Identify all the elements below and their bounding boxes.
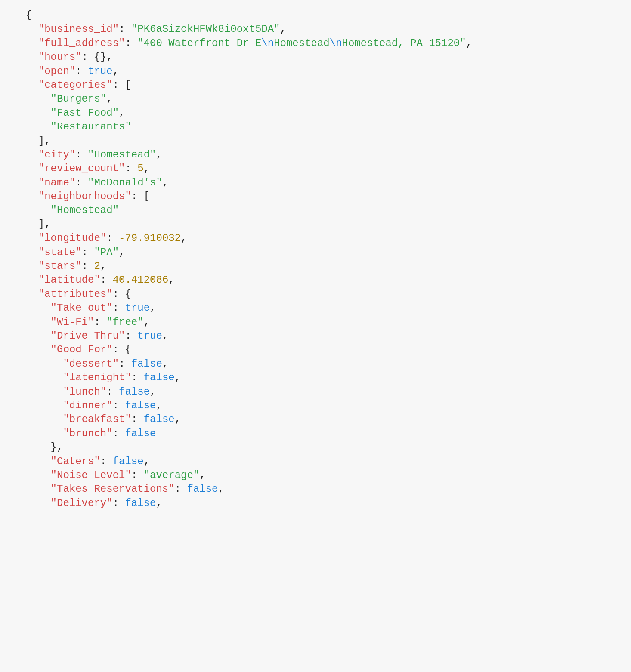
json-key: "hours"	[38, 51, 82, 63]
json-string: Homestead	[274, 37, 330, 49]
punct: ,	[218, 483, 224, 495]
json-key: "dessert"	[63, 358, 119, 370]
json-boolean: false	[113, 456, 144, 467]
json-key: "lunch"	[63, 386, 106, 398]
punct: :	[113, 497, 125, 509]
json-key: "Noise Level"	[51, 469, 131, 481]
punct: :	[131, 372, 144, 383]
json-number: 5	[137, 163, 143, 174]
punct: :	[119, 358, 131, 370]
json-key: "brunch"	[63, 428, 112, 439]
json-string: "average"	[144, 469, 200, 481]
punct: :	[82, 260, 94, 272]
json-boolean: false	[125, 497, 156, 509]
punct: ,	[150, 386, 156, 398]
json-boolean: false	[187, 483, 218, 495]
punct: ,	[144, 316, 150, 328]
json-key: "review_count"	[38, 163, 125, 174]
punct: :	[75, 149, 88, 160]
json-boolean: false	[144, 413, 175, 425]
punct: ,	[144, 163, 150, 174]
json-boolean: false	[144, 372, 175, 383]
escape-seq: \n	[330, 37, 342, 49]
punct: ,	[156, 400, 162, 411]
punct: ,	[156, 149, 162, 160]
punct: ,	[280, 23, 286, 35]
punct: :	[119, 23, 131, 35]
punct: :	[106, 232, 119, 244]
punct: ,	[466, 37, 472, 49]
json-boolean: true	[125, 302, 150, 314]
punct: :	[106, 386, 119, 398]
json-number: 2	[94, 260, 100, 272]
json-key: "open"	[38, 65, 75, 77]
punct: ],	[38, 219, 51, 230]
punct: :	[75, 65, 88, 77]
json-key: "Wi-Fi"	[51, 316, 94, 328]
punct: :	[113, 302, 125, 314]
json-string: "PK6aSizckHFWk8i0oxt5DA"	[131, 23, 280, 35]
punct: ,	[168, 274, 174, 286]
json-string: Homestead, PA 15120"	[342, 37, 466, 49]
json-key: "stars"	[38, 260, 82, 272]
json-number: -79.910032	[119, 232, 181, 244]
punct: {	[26, 9, 32, 21]
json-key: "dinner"	[63, 400, 112, 411]
json-key: "latenight"	[63, 372, 131, 383]
punct: : {	[113, 288, 131, 300]
json-string: "Restaurants"	[51, 121, 131, 133]
punct: ,	[162, 177, 168, 188]
punct: :	[82, 247, 94, 258]
punct: ,	[162, 330, 168, 342]
json-key: "categories"	[38, 79, 113, 91]
punct: ,	[181, 232, 187, 244]
punct: ,	[119, 107, 125, 119]
json-key: "neighborhoods"	[38, 191, 131, 202]
punct: : {},	[82, 51, 113, 63]
punct: :	[94, 316, 106, 328]
json-boolean: false	[125, 400, 156, 411]
json-key: "city"	[38, 149, 75, 160]
json-boolean: true	[88, 65, 113, 77]
json-key: "latitude"	[38, 274, 100, 286]
json-key: "longitude"	[38, 232, 106, 244]
punct: :	[125, 330, 137, 342]
json-number: 40.412086	[113, 274, 169, 286]
punct: ,	[156, 497, 162, 509]
punct: :	[100, 456, 113, 467]
json-boolean: false	[119, 386, 150, 398]
punct: : [	[113, 79, 131, 91]
json-key: "Drive-Thru"	[51, 330, 125, 342]
punct: ,	[199, 469, 205, 481]
punct: :	[113, 400, 125, 411]
punct: ,	[175, 372, 181, 383]
punct: ,	[113, 65, 119, 77]
punct: ,	[150, 302, 156, 314]
json-key: "attributes"	[38, 288, 113, 300]
punct: ],	[38, 135, 51, 147]
punct: ,	[100, 260, 106, 272]
json-key: "Takes Reservations"	[51, 483, 175, 495]
json-code-block: { "business_id": "PK6aSizckHFWk8i0oxt5DA…	[0, 0, 631, 510]
punct: ,	[175, 413, 181, 425]
punct: :	[100, 274, 113, 286]
json-key: "Good For"	[51, 344, 113, 355]
punct: ,	[106, 93, 112, 105]
json-key: "name"	[38, 177, 75, 188]
punct: :	[125, 37, 137, 49]
json-string: "Homestead"	[51, 204, 119, 216]
json-string: "Fast Food"	[51, 107, 119, 119]
punct: :	[175, 483, 187, 495]
punct: :	[131, 469, 144, 481]
json-key: "Take-out"	[51, 302, 113, 314]
json-string: "PA"	[94, 247, 119, 258]
json-key: "Delivery"	[51, 497, 113, 509]
punct: : [	[131, 191, 150, 202]
punct: :	[131, 413, 144, 425]
json-string: "McDonald's"	[88, 177, 162, 188]
json-string: "free"	[106, 316, 143, 328]
punct: ,	[119, 247, 125, 258]
json-boolean: false	[131, 358, 162, 370]
json-string: "Burgers"	[51, 93, 107, 105]
json-key: "full_address"	[38, 37, 125, 49]
